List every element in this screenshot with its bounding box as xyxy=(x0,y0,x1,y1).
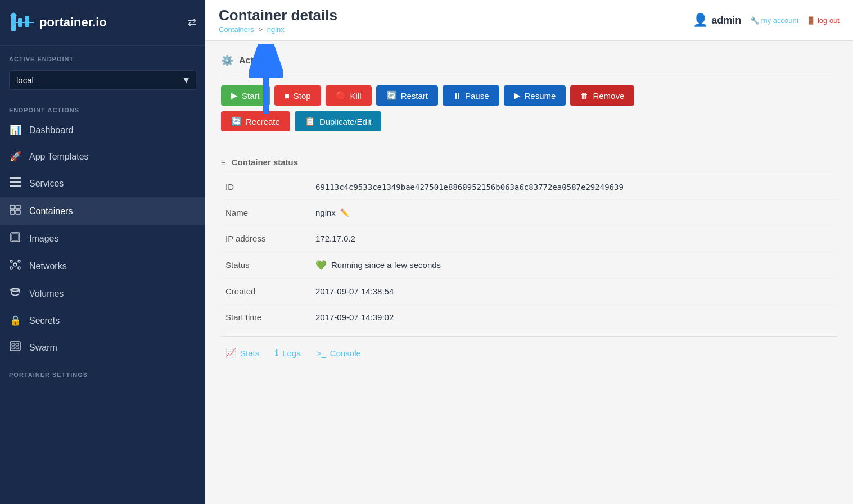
action-buttons-row2-wrap: 🔄 Recreate 📋 Duplicate/Edit xyxy=(221,111,381,137)
start-button[interactable]: ▶ Start xyxy=(221,85,270,106)
my-account-link[interactable]: 🔧 my account xyxy=(750,16,798,25)
table-row: Name nginx ✏️ xyxy=(221,200,837,226)
sidebar-item-networks[interactable]: Networks xyxy=(0,252,205,280)
svg-line-21 xyxy=(12,266,14,267)
logs-link[interactable]: ℹ Logs xyxy=(275,348,301,358)
kill-button[interactable]: 🔴 Kill xyxy=(326,85,372,106)
user-info: 👤 admin xyxy=(693,13,741,28)
edit-name-icon[interactable]: ✏️ xyxy=(340,208,349,217)
table-row: Status 💚 Running since a few seconds xyxy=(221,252,837,279)
status-label: Status xyxy=(221,252,311,279)
action-buttons-row2: 🔄 Recreate 📋 Duplicate/Edit xyxy=(221,111,381,131)
sidebar-logo: portainer.io ⇄ xyxy=(0,0,205,46)
trash-icon: 🗑 xyxy=(580,91,589,101)
sidebar-item-label: Services xyxy=(29,179,196,189)
name-label: Name xyxy=(221,200,311,226)
sidebar-item-secrets[interactable]: 🔒 Secrets xyxy=(0,307,205,334)
stats-link[interactable]: 📈 Stats xyxy=(225,348,259,358)
containers-icon xyxy=(9,205,21,217)
remove-button[interactable]: 🗑 Remove xyxy=(570,85,634,106)
recreate-icon: 🔄 xyxy=(231,116,242,126)
restart-icon: 🔄 xyxy=(386,90,397,101)
heartbeat-icon: 💚 xyxy=(315,260,327,270)
recreate-button[interactable]: 🔄 Recreate xyxy=(221,111,290,131)
play-icon: ▶ xyxy=(231,90,238,101)
user-icon: 👤 xyxy=(693,13,708,28)
svg-line-19 xyxy=(12,262,14,264)
ip-label: IP address xyxy=(221,226,311,252)
topbar: Container details Containers > nginx 👤 a… xyxy=(205,0,853,41)
actions-label: Actions xyxy=(239,56,272,66)
networks-icon xyxy=(9,260,21,273)
svg-rect-2 xyxy=(25,16,29,27)
id-value: 69113c4c9533ce1349bae427501e8860952156b0… xyxy=(311,174,837,200)
resume-button[interactable]: ▶ Resume xyxy=(504,85,566,106)
images-icon xyxy=(9,232,21,245)
gear-icon: ⚙️ xyxy=(221,55,233,67)
table-row: IP address 172.17.0.2 xyxy=(221,226,837,252)
svg-rect-28 xyxy=(16,347,19,349)
sidebar-item-images[interactable]: Images xyxy=(0,225,205,252)
bottom-links: 📈 Stats ℹ Logs >_ Console xyxy=(221,336,837,358)
sidebar-item-label: Networks xyxy=(29,261,196,271)
svg-rect-25 xyxy=(12,343,15,346)
breadcrumb-containers[interactable]: Containers xyxy=(219,25,254,34)
sidebar-item-dashboard[interactable]: 📊 Dashboard xyxy=(0,117,205,143)
svg-rect-26 xyxy=(16,343,19,346)
svg-rect-27 xyxy=(12,347,15,349)
sidebar-item-swarm[interactable]: Swarm xyxy=(0,334,205,361)
content-area: ⚙️ Actions ▶ Start ■ Stop 🔴 Kill 🔄 Resta… xyxy=(205,41,853,504)
stop-button[interactable]: ■ Stop xyxy=(274,85,321,106)
ip-value: 172.17.0.2 xyxy=(311,226,837,252)
resume-icon: ▶ xyxy=(514,90,521,101)
info-icon: ℹ xyxy=(275,348,278,358)
rocket-icon: 🚀 xyxy=(9,151,21,162)
pause-button[interactable]: ⏸ Pause xyxy=(443,85,499,106)
created-label: Created xyxy=(221,279,311,305)
sidebar-item-label: Dashboard xyxy=(29,125,196,135)
svg-line-20 xyxy=(16,262,18,264)
duplicate-button[interactable]: 📋 Duplicate/Edit xyxy=(295,111,382,131)
action-buttons-row1: ▶ Start ■ Stop 🔴 Kill 🔄 Restart ⏸ Pause … xyxy=(221,85,837,106)
sidebar-item-label: Containers xyxy=(29,206,196,216)
restart-button[interactable]: 🔄 Restart xyxy=(376,85,438,106)
created-value: 2017-09-07 14:38:54 xyxy=(311,279,837,305)
dashboard-icon: 📊 xyxy=(9,124,21,136)
id-label: ID xyxy=(221,174,311,200)
logo-text: portainer.io xyxy=(39,15,107,30)
sidebar-item-app-templates[interactable]: 🚀 App Templates xyxy=(0,143,205,170)
sidebar-item-services[interactable]: Services xyxy=(0,170,205,197)
sidebar-item-volumes[interactable]: Volumes xyxy=(0,280,205,307)
lock-icon: 🔒 xyxy=(9,315,21,326)
swarm-icon xyxy=(9,341,21,354)
status-table: ID 69113c4c9533ce1349bae427501e886095215… xyxy=(221,174,837,330)
user-label: admin xyxy=(711,15,741,26)
container-status-section: ≡ Container status ID 69113c4c9533ce1349… xyxy=(221,151,837,358)
svg-line-22 xyxy=(16,266,18,267)
services-icon xyxy=(9,177,21,190)
start-time-label: Start time xyxy=(221,305,311,330)
sidebar-item-containers[interactable]: Containers xyxy=(0,197,205,225)
svg-marker-4 xyxy=(10,12,17,16)
logout-link[interactable]: 🚪 log out xyxy=(806,16,840,25)
svg-rect-8 xyxy=(10,205,15,209)
table-icon: ≡ xyxy=(221,157,226,167)
sidebar-item-label: App Templates xyxy=(29,152,196,162)
sidebar-item-label: Images xyxy=(29,234,196,244)
breadcrumb-separator: > xyxy=(259,25,263,34)
svg-rect-24 xyxy=(10,342,20,351)
kill-icon: 🔴 xyxy=(336,90,346,101)
main-content: Container details Containers > nginx 👤 a… xyxy=(205,0,853,504)
svg-rect-5 xyxy=(10,177,21,179)
transfer-icon[interactable]: ⇄ xyxy=(188,16,196,29)
status-value: 💚 Running since a few seconds xyxy=(311,252,837,279)
console-link[interactable]: >_ Console xyxy=(317,348,361,358)
endpoint-select[interactable]: local xyxy=(9,70,196,90)
status-section-header: ≡ Container status xyxy=(221,151,837,174)
table-row: Created 2017-09-07 14:38:54 xyxy=(221,279,837,305)
svg-rect-10 xyxy=(10,210,15,214)
topbar-left: Container details Containers > nginx xyxy=(219,7,337,34)
svg-point-16 xyxy=(18,260,20,262)
active-endpoint-label: ACTIVE ENDPOINT xyxy=(0,46,205,66)
endpoint-actions-label: ENDPOINT ACTIONS xyxy=(0,97,205,117)
